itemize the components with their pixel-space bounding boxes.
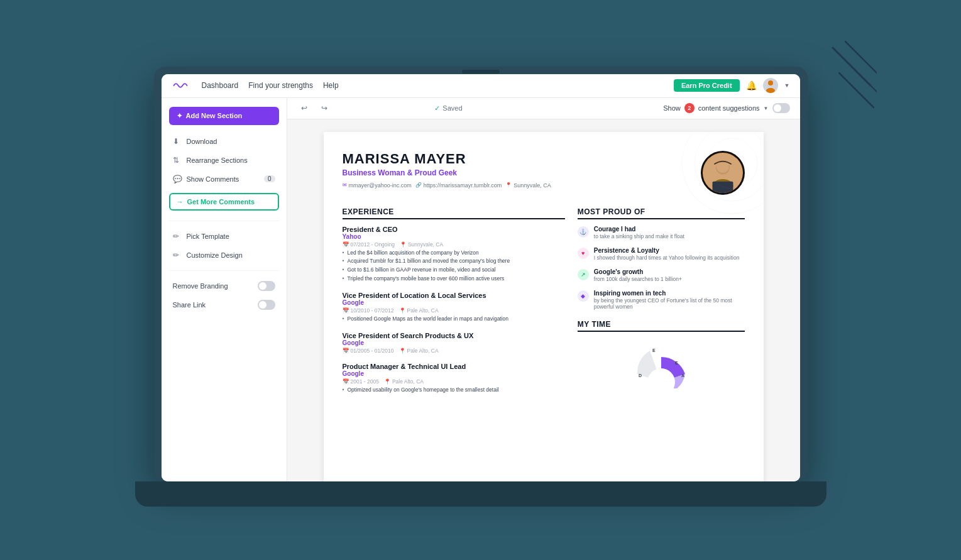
exp-role-2: Vice President of Search Products & UX xyxy=(343,332,565,339)
proud-desc-2: from 100k daily searches to 1 billion+ xyxy=(594,276,682,282)
contact-email-value: mmayer@yahoo-inc.com xyxy=(349,182,412,189)
add-section-label: Add New Section xyxy=(186,112,243,119)
rearrange-icon: ⇅ xyxy=(173,156,182,165)
download-icon: ⬇ xyxy=(173,137,182,146)
nav-strengths[interactable]: Find your strengths xyxy=(248,81,313,90)
svg-rect-13 xyxy=(712,181,733,192)
exp-company-1: Google xyxy=(343,299,565,306)
logo[interactable] xyxy=(172,80,189,91)
share-link-label: Share Link xyxy=(173,301,206,309)
exp-meta-1: 📅 10/2010 - 07/2012 📍 Pale Alto, CA xyxy=(343,307,565,314)
location-icon: 📍 xyxy=(505,182,512,188)
share-link-toggle[interactable] xyxy=(258,300,275,310)
pin-icon-1: 📍 xyxy=(399,307,406,314)
experience-item-0: President & CEO Yahoo 📅 07/2012 - Ongoin… xyxy=(343,226,565,283)
sidebar-item-customize[interactable]: ✏ Customize Design xyxy=(169,248,279,263)
resume-experience-column: EXPERIENCE President & CEO Yahoo 📅 xyxy=(343,207,565,403)
customize-icon: ✏ xyxy=(173,251,182,260)
resume-scroll-area[interactable]: MARISSA MAYER Business Woman & Proud Gee… xyxy=(287,119,800,481)
proud-desc-1: I showed through hard times at Yahoo fol… xyxy=(594,255,740,261)
resume-body: EXPERIENCE President & CEO Yahoo 📅 xyxy=(343,207,745,403)
undo-button[interactable]: ↩ xyxy=(297,102,311,114)
bell-icon[interactable]: 🔔 xyxy=(746,80,757,91)
share-link-toggle-row: Share Link xyxy=(169,297,279,312)
redo-button[interactable]: ↪ xyxy=(317,102,331,114)
exp-date-1: 📅 10/2010 - 07/2012 xyxy=(343,307,394,314)
sidebar-item-download[interactable]: ⬇ Download xyxy=(169,134,279,149)
nav-dashboard[interactable]: Dashboard xyxy=(202,81,239,90)
add-section-button[interactable]: ✦ Add New Section xyxy=(169,107,279,125)
svg-point-4 xyxy=(768,80,773,85)
exp-meta-0: 📅 07/2012 - Ongoing 📍 Sunnyvale, CA xyxy=(343,241,565,248)
exp-location-3: 📍 Pale Alto, CA xyxy=(384,378,424,385)
sidebar-rearrange-label: Rearrange Sections xyxy=(187,156,248,164)
exp-bullets-1: Positioned Google Maps as the world lead… xyxy=(343,316,565,323)
resume-page: MARISSA MAYER Business Woman & Proud Gee… xyxy=(324,132,764,481)
content-area: ↩ ↪ ✓ Saved Show 2 content suggestions ▼ xyxy=(287,98,800,481)
get-comments-button[interactable]: → Get More Comments xyxy=(169,193,279,211)
sidebar-comments-label: Show Comments xyxy=(187,175,239,183)
suggestions-show-label: Show xyxy=(663,104,681,112)
get-comments-label: Get More Comments xyxy=(187,198,255,206)
contact-location-value: Sunnyvale, CA xyxy=(513,182,551,189)
exp-company-2: Google xyxy=(343,339,565,346)
contact-location: 📍 Sunnyvale, CA xyxy=(505,182,551,189)
suggestions-toggle[interactable] xyxy=(772,103,790,113)
sidebar-customize-label: Customize Design xyxy=(187,251,243,259)
proud-icon-2: ↗ xyxy=(578,269,589,280)
resume-name: MARISSA MAYER xyxy=(343,151,551,167)
experience-item-3: Product Manager & Technical UI Lead Goog… xyxy=(343,363,565,394)
exp-bullet-3-0: Optimized usability on Google's homepage… xyxy=(343,387,565,394)
pin-icon: 📍 xyxy=(400,241,407,248)
calendar-icon-2: 📅 xyxy=(343,348,349,354)
exp-bullet-1-0: Positioned Google Maps as the world lead… xyxy=(343,316,565,323)
exp-role-1: Vice President of Location & Local Servi… xyxy=(343,292,565,299)
sidebar-item-comments[interactable]: 💬 Show Comments 0 xyxy=(169,172,279,187)
exp-role-3: Product Manager & Technical UI Lead xyxy=(343,363,565,370)
svg-text:E: E xyxy=(675,361,678,365)
exp-bullet-0-1: Acquired Tumblr for $1.1 billion and mov… xyxy=(343,258,565,265)
exp-date-0: 📅 07/2012 - Ongoing xyxy=(343,241,395,248)
sidebar: ✦ Add New Section ⬇ Download ⇅ Rearrange… xyxy=(162,98,287,481)
calendar-icon-1: 📅 xyxy=(343,307,349,314)
nav-help[interactable]: Help xyxy=(323,81,339,90)
laptop-base xyxy=(135,481,826,507)
resume-personal-info: MARISSA MAYER Business Woman & Proud Gee… xyxy=(343,151,551,189)
remove-branding-toggle[interactable] xyxy=(258,281,275,291)
proud-title-3: Inspiring women in tech xyxy=(594,290,745,297)
avatar-chevron[interactable]: ▼ xyxy=(784,82,790,89)
template-icon: ✏ xyxy=(173,232,182,241)
avatar[interactable] xyxy=(763,78,778,93)
proud-item-2: ↗ Google's growth from 100k daily search… xyxy=(578,268,745,282)
exp-company-3: Google xyxy=(343,370,565,377)
my-time-section: MY TIME xyxy=(578,320,745,388)
resume-title: Business Woman & Proud Geek xyxy=(343,168,551,177)
exp-meta-2: 📅 01/2005 - 01/2010 📍 Pale Alto, CA xyxy=(343,348,565,354)
my-time-chart: E A D E xyxy=(578,338,745,388)
pin-icon-2: 📍 xyxy=(399,348,406,354)
proud-icon-1: ♥ xyxy=(578,248,589,259)
contact-email: ✉ mmayer@yahoo-inc.com xyxy=(343,182,412,189)
sidebar-item-template[interactable]: ✏ Pick Template xyxy=(169,229,279,244)
remove-branding-label: Remove Branding xyxy=(173,282,228,290)
experience-section-title: EXPERIENCE xyxy=(343,207,565,219)
saved-status: ✓ Saved xyxy=(434,104,462,113)
email-icon: ✉ xyxy=(343,182,347,188)
proud-icon-3: ◆ xyxy=(578,290,589,302)
contact-website: 🔗 https://marissamayr.tumblr.com xyxy=(415,182,502,189)
proud-desc-3: by being the youngest CEO of Fortune's l… xyxy=(594,297,745,310)
proud-title-1: Persistence & Loyalty xyxy=(594,247,740,254)
proud-icon-0: ⚓ xyxy=(578,226,589,238)
experience-item-2: Vice President of Search Products & UX G… xyxy=(343,332,565,354)
proud-desc-0: to take a sinking ship and make it float xyxy=(594,233,684,239)
earn-pro-button[interactable]: Earn Pro Credit xyxy=(674,79,740,92)
resume-right-column: MOST PROUD OF ⚓ Courage I had to take a … xyxy=(578,207,745,403)
exp-bullets-3: Optimized usability on Google's homepage… xyxy=(343,387,565,394)
check-icon: ✓ xyxy=(434,104,440,113)
sidebar-item-rearrange[interactable]: ⇅ Rearrange Sections xyxy=(169,153,279,168)
add-icon: ✦ xyxy=(177,112,182,120)
content-suggestions[interactable]: Show 2 content suggestions ▼ xyxy=(663,103,789,113)
pin-icon-3: 📍 xyxy=(384,378,391,385)
app-navbar: Dashboard Find your strengths Help Earn … xyxy=(162,74,800,98)
sidebar-divider-2 xyxy=(169,270,279,271)
